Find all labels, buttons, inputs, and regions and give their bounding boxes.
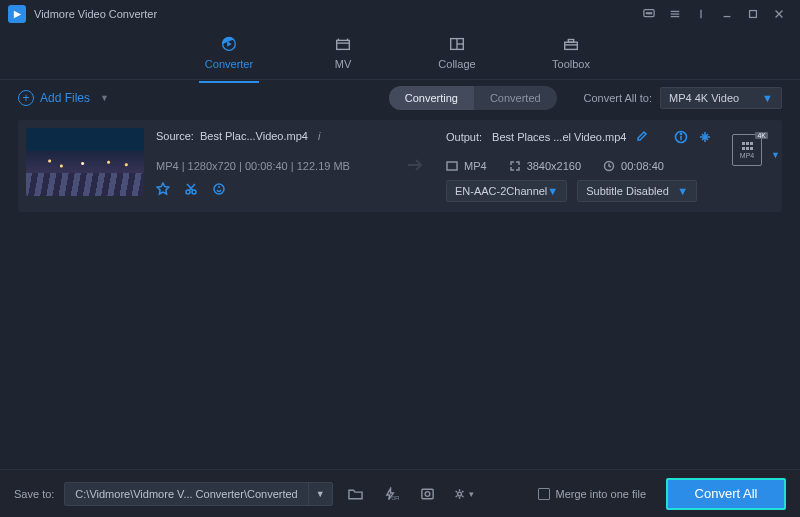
info-icon[interactable]: i (318, 130, 320, 142)
source-meta: MP4 | 1280x720 | 00:08:40 | 122.19 MB (156, 160, 386, 172)
chevron-down-icon: ▼ (547, 185, 558, 197)
tab-collage[interactable]: Collage (429, 34, 485, 74)
audio-select[interactable]: EN-AAC-2Channel ▼ (446, 180, 567, 202)
merge-label: Merge into one file (556, 488, 647, 500)
info-circle-icon[interactable] (674, 130, 688, 144)
status-segment: Converting Converted (389, 86, 557, 110)
output-format-button[interactable]: 4K MP4 ▼ (724, 134, 770, 166)
output-filename: Best Places ...el Video.mp4 (492, 131, 626, 143)
close-icon[interactable] (766, 1, 792, 27)
format-badge: 4K (755, 132, 768, 139)
out-resolution: 3840x2160 (509, 160, 581, 172)
add-files-label: Add Files (40, 91, 90, 105)
titlebar: Vidmore Video Converter (0, 0, 800, 28)
tab-converter[interactable]: Converter (201, 34, 257, 74)
checkbox-box (538, 488, 550, 500)
app-title: Vidmore Video Converter (34, 8, 157, 20)
feedback-icon[interactable] (636, 1, 662, 27)
menu-icon[interactable] (662, 1, 688, 27)
svg-point-2 (648, 13, 649, 14)
toolbar: + Add Files ▼ Converting Converted Conve… (0, 80, 800, 116)
audio-value: EN-AAC-2Channel (455, 185, 547, 197)
tab-mv[interactable]: MV (315, 34, 371, 74)
arrow-icon (398, 157, 434, 173)
app-logo (8, 5, 26, 23)
convert-all-to-select[interactable]: MP4 4K Video ▼ (660, 87, 782, 109)
converter-icon (219, 34, 239, 54)
chevron-down-icon: ▼ (100, 93, 109, 103)
enhance-icon[interactable] (212, 182, 226, 196)
settings-gear-icon[interactable]: ▾ (451, 482, 477, 506)
save-path-select[interactable]: C:\Vidmore\Vidmore V... Converter\Conver… (64, 482, 332, 506)
output-block: Output: Best Places ...el Video.mp4 MP4 … (446, 128, 712, 202)
svg-rect-22 (568, 39, 573, 42)
file-item: Source: Best Plac...Video.mp4 i MP4 | 12… (18, 120, 782, 212)
tab-toolbox[interactable]: Toolbox (543, 34, 599, 74)
output-label: Output: (446, 131, 482, 143)
out-duration: 00:08:40 (603, 160, 664, 172)
main-tabs: Converter MV Collage Toolbox (0, 28, 800, 80)
svg-marker-13 (227, 41, 232, 46)
save-to-label: Save to: (14, 488, 54, 500)
svg-point-31 (680, 133, 681, 134)
merge-checkbox[interactable]: Merge into one file (538, 488, 647, 500)
convert-all-to-label: Convert All to: (584, 92, 652, 104)
tab-label: Collage (438, 58, 475, 70)
convert-all-label: Convert All (695, 486, 758, 501)
tab-label: Toolbox (552, 58, 590, 70)
source-label: Source: (156, 130, 194, 142)
tab-label: MV (335, 58, 352, 70)
chevron-down-icon: ▼ (771, 150, 780, 160)
star-edit-icon[interactable] (156, 182, 170, 196)
task-schedule-icon[interactable] (415, 482, 441, 506)
minimize-icon[interactable] (714, 1, 740, 27)
save-path-value: C:\Vidmore\Vidmore V... Converter\Conver… (65, 488, 307, 500)
toolbox-icon (561, 34, 581, 54)
video-thumbnail[interactable] (26, 128, 144, 196)
convert-all-button[interactable]: Convert All (666, 478, 786, 510)
svg-text:OFF: OFF (392, 495, 400, 500)
out-format: MP4 (446, 160, 487, 172)
svg-rect-14 (337, 40, 350, 49)
tab-label: Converter (205, 58, 253, 70)
subtitle-select[interactable]: Subtitle Disabled ▼ (577, 180, 697, 202)
svg-rect-37 (422, 489, 433, 498)
svg-rect-9 (750, 11, 757, 18)
svg-rect-34 (447, 162, 457, 170)
file-list: Source: Best Plac...Video.mp4 i MP4 | 12… (0, 116, 800, 212)
segment-converted[interactable]: Converted (474, 86, 557, 110)
collage-icon (447, 34, 467, 54)
svg-point-3 (651, 13, 652, 14)
chevron-down-icon: ▼ (677, 185, 688, 197)
segment-converting[interactable]: Converting (389, 86, 474, 110)
divider (688, 1, 714, 27)
plus-icon: + (18, 90, 34, 106)
convert-all-to-value: MP4 4K Video (669, 92, 739, 104)
compress-icon[interactable] (698, 130, 712, 144)
mv-icon (333, 34, 353, 54)
svg-point-39 (458, 492, 462, 496)
svg-point-38 (425, 491, 430, 496)
maximize-icon[interactable] (740, 1, 766, 27)
rename-icon[interactable] (636, 130, 648, 144)
svg-rect-21 (565, 42, 578, 49)
hardware-accel-icon[interactable]: OFF (379, 482, 405, 506)
subtitle-value: Subtitle Disabled (586, 185, 669, 197)
chevron-down-icon: ▼ (762, 92, 773, 104)
svg-point-1 (646, 13, 647, 14)
cut-icon[interactable] (184, 182, 198, 196)
bottom-bar: Save to: C:\Vidmore\Vidmore V... Convert… (0, 469, 800, 517)
source-block: Source: Best Plac...Video.mp4 i MP4 | 12… (156, 128, 386, 196)
open-folder-icon[interactable] (343, 482, 369, 506)
add-files-button[interactable]: + Add Files ▼ (18, 90, 109, 106)
source-filename: Best Plac...Video.mp4 (200, 130, 308, 142)
chevron-down-icon[interactable]: ▼ (308, 483, 332, 505)
svg-point-28 (214, 184, 224, 194)
